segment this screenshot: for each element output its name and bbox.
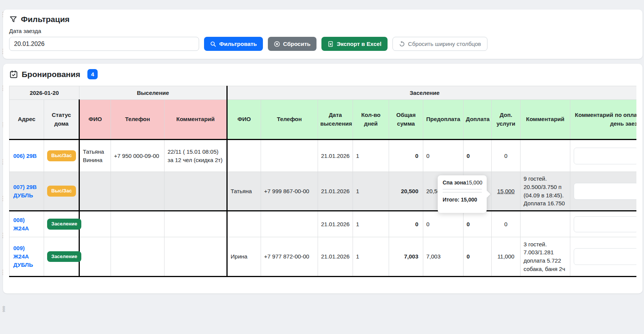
circle-x-icon [274,41,280,47]
col-header-checkin-fio[interactable]: ФИО [227,100,261,140]
surcharge-cell: 0 [464,140,492,172]
checkin-phone-cell [261,211,318,237]
table-row: 006) 29В Выс/Зас Татьяна Винина +7 950 0… [9,140,637,172]
checkout-phone-cell [111,172,165,211]
col-header-surcharge[interactable]: Доплата [464,100,492,140]
address-link[interactable]: 009) Ж24А ДУБЛЬ [9,237,44,277]
checkout-comment-cell [165,211,227,237]
comment-cell: 3 гостей. 7.003/1.281 доплата 5.722 соба… [521,237,570,277]
comment-cell [521,211,570,237]
checkin-fio-cell [227,211,261,237]
tooltip-divider [443,189,482,189]
total-cell: 7,003 [389,237,423,277]
checkin-phone-cell: +7 999 867-00-00 [261,172,318,211]
total-cell: 0 [389,211,423,237]
ruler-mark: 900 [2,302,6,315]
col-header-checkout-comment[interactable]: Комментарий [165,100,227,140]
col-header-days[interactable]: Кол-во дней [353,100,389,140]
checkout-fio-cell [79,211,111,237]
date-label: Дата заезда [9,28,636,34]
col-header-checkin-phone[interactable]: Телефон [261,100,318,140]
checkin-fio-cell: Ирина [227,237,261,277]
search-icon [210,41,216,47]
table-row: 009) Ж24А ДУБЛЬ Заселение Ирина +7 977 8… [9,237,637,277]
prepaid-cell: 0 [423,140,464,172]
total-cell: 20,500 [389,172,423,211]
arrival-date-input[interactable] [9,37,199,51]
pay-comment-input[interactable] [574,216,636,232]
address-link[interactable]: 008) Ж24А [9,211,44,237]
checkout-phone-cell [111,237,165,277]
reset-button[interactable]: Сбросить [268,37,316,51]
calendar-check-icon [9,70,18,79]
tooltip-service-name: Спа зона [443,180,466,186]
days-cell: 1 [353,140,389,172]
pay-comment-cell [570,140,636,172]
col-header-pay-comment[interactable]: Комментарий по оплате проживания день за… [570,100,636,140]
services-tooltip: Спа зона 15,000 Итого: 15,000 [438,175,487,213]
col-header-comment[interactable]: Комментарий [521,100,570,140]
filter-button-label: Фильтровать [219,41,257,47]
reset-column-width-label: Сбросить ширину столбцов [408,41,481,47]
services-link[interactable]: 15,000 [497,188,515,194]
checkout-phone-cell: +7 950 000-09-00 [111,140,165,172]
checkout-comment-cell [165,172,227,211]
col-header-address[interactable]: Адрес [9,100,44,140]
checkin-phone-cell: +7 977 872-00-00 [261,237,318,277]
bookings-table: 2026-01-20 Выселение Заселение Адрес Ста… [9,86,636,277]
bookings-table-wrap: 2026-01-20 Выселение Заселение Адрес Ста… [9,86,636,277]
status-badge: Заселение [47,219,81,230]
services-cell[interactable]: 0 [492,140,521,172]
tooltip-total: Итого: 15,000 [443,197,482,203]
group-header-checkin: Заселение [227,86,636,100]
export-excel-button-label: Экспорт в Excel [337,41,381,47]
filter-panel: Фильтрация Дата заезда Фильтровать Сброс… [3,9,642,59]
bookings-title: Бронирования [22,70,80,79]
col-header-checkout-phone[interactable]: Телефон [111,100,165,140]
col-header-services[interactable]: Доп. услуги [492,100,521,140]
checkin-phone-cell [261,140,318,172]
col-header-date-out[interactable]: Дата выселения [318,100,353,140]
date-out-cell: 21.01.2026 [318,140,353,172]
filter-button[interactable]: Фильтровать [204,37,263,51]
status-badge: Выс/Зас [47,150,76,161]
filter-title: Фильтрация [21,15,70,24]
pay-comment-input[interactable] [574,183,636,200]
col-header-checkout-fio[interactable]: ФИО [79,100,111,140]
reset-button-label: Сбросить [283,41,310,47]
prepaid-cell: 0 [423,211,464,237]
table-row: 007) 29В ДУБЛЬ Выс/Зас Татьяна +7 999 86… [9,172,637,211]
col-header-house-status[interactable]: Статус дома [44,100,79,140]
address-link[interactable]: 007) 29В ДУБЛЬ [9,172,44,211]
services-cell[interactable]: 11,000 [492,237,521,277]
checkout-fio-cell [79,172,111,211]
days-cell: 1 [353,172,389,211]
checkout-comment-cell: 22/11 ( 15.01 08:05) за 12 чел (скидка 2… [165,140,227,172]
col-header-total[interactable]: Общая сумма [389,100,423,140]
address-link[interactable]: 006) 29В [9,140,44,172]
col-header-prepaid[interactable]: Предоплата [423,100,464,140]
bookings-panel: Бронирования 4 2026-01-20 Выселение Засе… [3,64,642,293]
date-out-cell: 21.01.2026 [318,237,353,277]
total-cell: 0 [389,140,423,172]
date-out-cell: 21.01.2026 [318,172,353,211]
reset-arrow-icon [399,41,405,47]
days-cell: 1 [353,211,389,237]
services-cell[interactable]: 0 [492,211,521,237]
pay-comment-input[interactable] [574,248,636,265]
reset-column-width-button[interactable]: Сбросить ширину столбцов [392,37,487,51]
status-badge: Выс/Зас [47,186,76,197]
export-excel-button[interactable]: Экспорт в Excel [321,37,388,51]
checkout-phone-cell [111,211,165,237]
pay-comment-input[interactable] [574,148,636,164]
status-badge: Заселение [47,251,81,262]
checkout-fio-cell: Татьяна Винина [79,140,111,172]
pay-comment-cell [570,172,636,211]
checkin-fio-cell: Татьяна [227,172,261,211]
funnel-icon [9,15,17,24]
pay-comment-cell [570,211,636,237]
group-header-checkout: Выселение [79,86,227,100]
excel-file-icon [328,41,334,47]
checkout-fio-cell [79,237,111,277]
comment-cell: 9 гостей. 20.500/3.750 п (04.09 в 18:45)… [521,172,570,211]
